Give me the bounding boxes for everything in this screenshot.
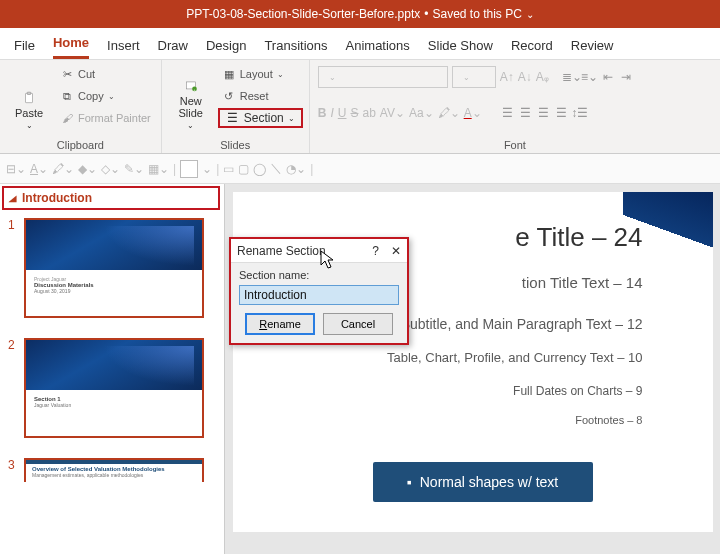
tab-insert[interactable]: Insert (107, 32, 140, 59)
line-shape-icon[interactable]: ＼ (270, 160, 282, 177)
slide-line-2: tion Title Text – 14 (522, 274, 643, 291)
reset-icon: ↺ (222, 89, 236, 103)
thumbnail-pane[interactable]: Introduction 1 Project Jaguar Discussion… (0, 184, 225, 554)
align-center-icon[interactable]: ☰ (518, 106, 534, 120)
align-icons: ☰ ☰ ☰ ☰ ↕☰ (500, 106, 588, 120)
list-icons: ≣⌄ ≡⌄ ⇤ ⇥ (564, 70, 634, 84)
copy-icon: ⧉ (60, 89, 74, 103)
rect-shape-icon[interactable]: ▭ (223, 162, 234, 176)
tab-draw[interactable]: Draw (158, 32, 188, 59)
spacing-icon[interactable]: AV⌄ (380, 106, 405, 120)
title-bar: PPT-03-08-Section-Slide-Sorter-Before.pp… (0, 0, 720, 28)
slide-line-5: Full Dates on Charts – 9 (513, 384, 642, 398)
cancel-button[interactable]: Cancel (323, 313, 393, 335)
slide-line-4: Table, Chart, Profile, and Currency Text… (387, 350, 643, 365)
align-justify-icon[interactable]: ☰ (554, 106, 570, 120)
shadow-icon[interactable]: ab (362, 106, 375, 120)
slide-title: e Title – 24 (515, 222, 642, 253)
font-color-tool-icon[interactable]: A⌄ (30, 162, 48, 176)
tab-design[interactable]: Design (206, 32, 246, 59)
italic-icon[interactable]: I (330, 106, 333, 120)
line-tool-icon[interactable]: ✎⌄ (124, 162, 144, 176)
cut-button[interactable]: ✂Cut (56, 64, 155, 84)
group-label-font: Font (318, 139, 712, 151)
rename-button[interactable]: Rename (245, 313, 315, 335)
oval-shape-icon[interactable]: ◯ (253, 162, 266, 176)
section-button[interactable]: ☰Section⌄ (218, 108, 303, 128)
font-size-select[interactable]: ⌄ (452, 66, 496, 88)
paste-button[interactable]: Paste ⌄ (6, 64, 52, 132)
align-right-icon[interactable]: ☰ (536, 106, 552, 120)
slide-thumb-3[interactable]: 3 Overview of Selected Valuation Methodo… (0, 454, 224, 498)
group-font: ⌄ ⌄ A↑ A↓ Aᵩ ≣⌄ ≡⌄ ⇤ ⇥ B I U S ab AV⌄ Aa… (310, 60, 720, 153)
clipboard-icon (22, 91, 36, 105)
increase-font-icon[interactable]: A↑ (500, 70, 514, 84)
section-name-input[interactable] (239, 285, 399, 305)
font-family-select[interactable]: ⌄ (318, 66, 448, 88)
highlight-tool-icon[interactable]: 🖍⌄ (52, 162, 74, 176)
dialog-help-icon[interactable]: ? (372, 244, 379, 258)
bullets-icon[interactable]: ≣⌄ (564, 70, 580, 84)
new-slide-icon: + (184, 79, 198, 93)
tab-review[interactable]: Review (571, 32, 614, 59)
bold-icon[interactable]: B (318, 106, 327, 120)
section-icon: ☰ (226, 111, 240, 125)
align-tool-icon[interactable]: ⊟⌄ (6, 162, 26, 176)
highlight-icon[interactable]: 🖍⌄ (438, 106, 460, 120)
copy-button[interactable]: ⧉Copy⌄ (56, 86, 155, 106)
numbering-icon[interactable]: ≡⌄ (582, 70, 598, 84)
scissors-icon: ✂ (60, 67, 74, 81)
chevron-down-icon[interactable]: ⌄ (526, 9, 534, 20)
svg-rect-1 (27, 92, 31, 94)
layout-button[interactable]: ▦Layout⌄ (218, 64, 303, 84)
outline-tool-icon[interactable]: ◇⌄ (101, 162, 120, 176)
recent-color-1[interactable] (180, 160, 198, 178)
group-label-slides: Slides (168, 139, 303, 151)
brush-icon: 🖌 (60, 111, 74, 125)
slide-line-6: Footnotes – 8 (575, 414, 642, 426)
new-slide-button[interactable]: + New Slide ⌄ (168, 64, 214, 132)
strike-icon[interactable]: S (350, 106, 358, 120)
tab-animations[interactable]: Animations (346, 32, 410, 59)
dialog-close-icon[interactable]: ✕ (391, 244, 401, 258)
tab-slide-show[interactable]: Slide Show (428, 32, 493, 59)
group-label-clipboard: Clipboard (6, 139, 155, 151)
quick-toolbar: ⊟⌄ A⌄ 🖍⌄ ◆⌄ ◇⌄ ✎⌄ ▦⌄ | ⌄ | ▭ ▢ ◯ ＼ ◔⌄ | (0, 154, 720, 184)
reset-button[interactable]: ↺Reset (218, 86, 303, 106)
case-icon[interactable]: Aa⌄ (409, 106, 434, 120)
layout-icon: ▦ (222, 67, 236, 81)
shape-fill-tool-icon[interactable]: ◆⌄ (78, 162, 97, 176)
align-left-icon[interactable]: ☰ (500, 106, 516, 120)
tab-transitions[interactable]: Transitions (264, 32, 327, 59)
format-painter-button[interactable]: 🖌Format Painter (56, 108, 155, 128)
save-status: Saved to this PC (432, 7, 521, 21)
tab-record[interactable]: Record (511, 32, 553, 59)
more-shapes-icon[interactable]: ◔⌄ (286, 162, 306, 176)
underline-icon[interactable]: U (338, 106, 347, 120)
slide-thumb-2[interactable]: 2 Section 1 Jaguar Valuation (0, 334, 224, 454)
decrease-font-icon[interactable]: A↓ (518, 70, 532, 84)
document-filename: PPT-03-08-Section-Slide-Sorter-Before.pp… (186, 7, 420, 21)
group-clipboard: Paste ⌄ ✂Cut ⧉Copy⌄ 🖌Format Painter Clip… (0, 60, 162, 153)
line-spacing-icon[interactable]: ↕☰ (572, 106, 588, 120)
rrect-shape-icon[interactable]: ▢ (238, 162, 249, 176)
pattern-tool-icon[interactable]: ▦⌄ (148, 162, 169, 176)
ribbon: Paste ⌄ ✂Cut ⧉Copy⌄ 🖌Format Painter Clip… (0, 60, 720, 154)
svg-text:+: + (193, 87, 195, 91)
tab-home[interactable]: Home (53, 29, 89, 59)
sample-shape: ▪ Normal shapes w/ text (373, 462, 593, 502)
indent-right-icon[interactable]: ⇥ (618, 70, 634, 84)
font-color-icon[interactable]: A⌄ (464, 106, 482, 120)
indent-left-icon[interactable]: ⇤ (600, 70, 616, 84)
section-name-label: Section name: (239, 269, 399, 281)
tab-file[interactable]: File (14, 32, 35, 59)
clear-format-icon[interactable]: Aᵩ (536, 70, 549, 84)
rename-section-dialog: Rename Section ? ✕ Section name: Rename … (229, 237, 409, 345)
group-slides: + New Slide ⌄ ▦Layout⌄ ↺Reset ☰Section⌄ … (162, 60, 310, 153)
dialog-title: Rename Section (237, 244, 326, 258)
section-header[interactable]: Introduction (2, 186, 220, 210)
section-name: Introduction (22, 191, 92, 205)
slide-thumb-1[interactable]: 1 Project Jaguar Discussion Materials Au… (0, 214, 224, 334)
ribbon-tabs: File Home Insert Draw Design Transitions… (0, 28, 720, 60)
bullet-square-icon: ▪ (407, 474, 412, 490)
